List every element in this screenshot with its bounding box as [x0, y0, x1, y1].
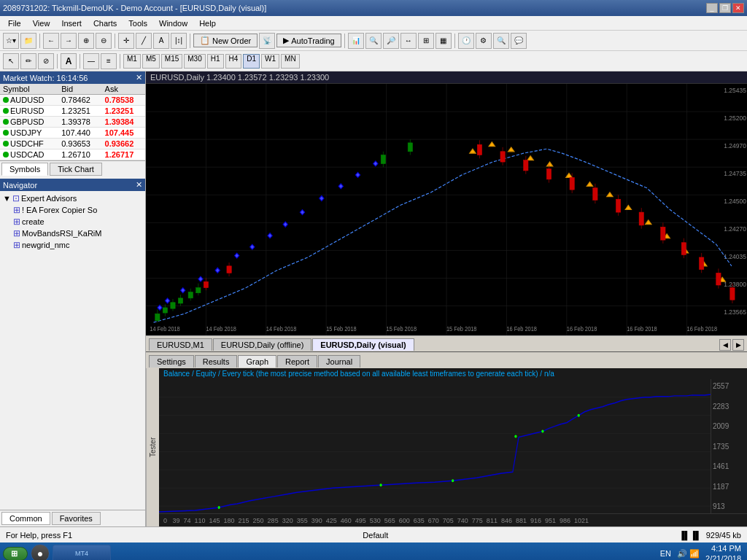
tb-fwd-btn[interactable]: → — [61, 33, 77, 49]
chart-tab-daily-offline[interactable]: EURUSD,Daily (offline) — [213, 338, 312, 351]
tf-w1[interactable]: W1 — [261, 54, 279, 69]
tb-comment[interactable]: 💬 — [511, 33, 527, 49]
sep5 — [454, 34, 455, 48]
tb-chart-type[interactable]: 📊 — [348, 33, 364, 49]
sep4 — [344, 34, 345, 48]
tf-h4[interactable]: H4 — [225, 54, 242, 69]
tb-clock[interactable]: 🕐 — [458, 33, 474, 49]
nav-ea-forex-copier[interactable]: ⊞ ! EA Forex Copier So — [1, 204, 144, 216]
statusbar-right: ▐▌▐▌ 929/45 kb — [678, 531, 741, 540]
tf-m15[interactable]: M15 — [161, 54, 182, 69]
tb-back-btn[interactable]: ← — [43, 33, 59, 49]
symbol-dot — [3, 141, 9, 147]
ask-cell: 0.78538 — [102, 95, 145, 106]
market-watch-table: Symbol Bid Ask AUDUSD 0.78462 0.78538 EU… — [0, 84, 145, 160]
tester-tab-results[interactable]: Results — [195, 355, 238, 368]
tb-line[interactable]: ╱ — [136, 33, 152, 49]
tf-h1[interactable]: H1 — [207, 54, 224, 69]
tester-tab-settings[interactable]: Settings — [149, 355, 194, 368]
tb-settings[interactable]: ⚙ — [476, 33, 492, 49]
tf-d1[interactable]: D1 — [243, 54, 260, 69]
tb-aa[interactable]: A — [61, 53, 77, 69]
tb-cursor[interactable]: ↖ — [3, 53, 19, 69]
chart-area: EURUSD,Daily 1.23400 1.23572 1.23293 1.2… — [146, 71, 747, 335]
tf-m30[interactable]: M30 — [184, 54, 205, 69]
restore-button[interactable]: ❐ — [719, 3, 731, 13]
tb-channel[interactable]: ≡ — [101, 53, 117, 69]
mw-tab-symbols[interactable]: Symbols — [1, 163, 48, 176]
menu-view[interactable]: View — [28, 17, 55, 30]
col-ask: Ask — [102, 84, 145, 95]
svg-point-122 — [514, 435, 516, 438]
tb-text[interactable]: A — [153, 33, 169, 49]
new-order-button[interactable]: 📋 New Order — [193, 34, 258, 47]
tb-new-btn[interactable]: ☆▾ — [3, 33, 19, 49]
tester-tab-graph[interactable]: Graph — [238, 355, 276, 368]
menu-charts[interactable]: Charts — [88, 17, 122, 30]
tb-search[interactable]: 🔍 — [493, 33, 509, 49]
menu-tools[interactable]: Tools — [123, 17, 152, 30]
chart-tab-m1[interactable]: EURUSD,M1 — [149, 338, 212, 351]
tb-zoom-in[interactable]: ⊕ — [78, 33, 94, 49]
start-button[interactable]: ⊞ — [3, 547, 28, 561]
market-watch-row[interactable]: EURUSD 1.23251 1.23251 — [0, 106, 145, 117]
chart-tab-daily-visual[interactable]: EURUSD,Daily (visual) — [312, 338, 414, 351]
nav-create[interactable]: ⊞ create — [1, 216, 144, 228]
tb-crosshair[interactable]: ✛ — [118, 33, 134, 49]
minimize-button[interactable]: _ — [706, 3, 718, 13]
tb-grid[interactable]: ⊞ — [418, 33, 434, 49]
bid-cell: 1.26710 — [58, 149, 101, 160]
symbol-cell: AUDUSD — [0, 95, 58, 106]
nav-expert-advisors[interactable]: ▼ ⊡ Expert Advisors — [1, 192, 144, 204]
chart-tab-prev[interactable]: ◀ — [719, 339, 731, 351]
tb-period[interactable]: |↕| — [171, 33, 187, 49]
nav-newgrid[interactable]: ⊞ newgrid_nmc — [1, 239, 144, 251]
svg-text:15 Feb 2018: 15 Feb 2018 — [326, 326, 357, 333]
chrome-icon: ● — [37, 548, 43, 559]
menu-window[interactable]: Window — [154, 17, 193, 30]
tb-zoom-in2[interactable]: 🔍 — [365, 33, 382, 49]
tf-m1[interactable]: M1 — [123, 54, 141, 69]
market-watch-row[interactable]: GBPUSD 1.39378 1.39384 — [0, 117, 145, 128]
menu-insert[interactable]: Insert — [56, 17, 87, 30]
tb-signal[interactable]: 📡 — [259, 33, 275, 49]
nav-tab-favorites[interactable]: Favorites — [52, 512, 101, 525]
col-bid: Bid — [58, 84, 101, 95]
market-watch-row[interactable]: USDJPY 107.440 107.445 — [0, 128, 145, 139]
svg-text:1.24735: 1.24735 — [724, 170, 746, 178]
tb-vol[interactable]: ▦ — [436, 33, 452, 49]
tester-right-axis: 2557 2283 2009 1735 1461 1187 913 — [711, 379, 747, 513]
tb-zoom-out2[interactable]: 🔎 — [383, 33, 399, 49]
navigator-close[interactable]: ✕ — [136, 180, 142, 190]
symbol-dot — [3, 130, 9, 136]
tb-eraser[interactable]: ⊘ — [38, 53, 54, 69]
main-chart[interactable]: 1.25435 1.25200 1.24970 1.24735 1.24500 … — [146, 84, 747, 335]
market-watch-close[interactable]: ✕ — [136, 73, 142, 82]
tf-mn[interactable]: MN — [281, 54, 300, 69]
taskbar-app-mt4[interactable]: MT4 — [53, 545, 111, 560]
market-watch-tabs: Symbols Tick Chart — [0, 160, 145, 177]
mw-tab-tick-chart[interactable]: Tick Chart — [50, 163, 102, 176]
nav-movbands-icon: ⊞ — [13, 228, 20, 238]
tb-draw[interactable]: ✏ — [20, 53, 36, 69]
tb-open-btn[interactable]: 📁 — [20, 33, 36, 49]
market-watch-row[interactable]: USDCAD 1.26710 1.26717 — [0, 149, 145, 160]
tb-hline[interactable]: — — [83, 53, 99, 69]
menu-file[interactable]: File — [3, 17, 26, 30]
autotrading-button[interactable]: ▶ AutoTrading — [276, 34, 341, 47]
menu-help[interactable]: Help — [194, 17, 221, 30]
nav-movbands[interactable]: ⊞ MovBandsRSI_KaRiM — [1, 228, 144, 239]
tb-scroll[interactable]: ↔ — [400, 33, 417, 49]
tester-tab-report[interactable]: Report — [277, 355, 317, 368]
tb-zoom-out[interactable]: ⊖ — [96, 33, 112, 49]
market-watch-row[interactable]: AUDUSD 0.78462 0.78538 — [0, 95, 145, 106]
close-button[interactable]: ✕ — [732, 3, 744, 13]
tester-graph[interactable] — [159, 379, 711, 513]
tf-m5[interactable]: M5 — [142, 54, 160, 69]
taskbar-app-chrome[interactable]: ● — [31, 544, 50, 560]
tester-tab-journal[interactable]: Journal — [318, 355, 360, 368]
nav-tab-common[interactable]: Common — [1, 512, 50, 525]
chart-tabs: EURUSD,M1 EURUSD,Daily (offline) EURUSD,… — [146, 335, 747, 351]
market-watch-row[interactable]: USDCHF 0.93653 0.93662 — [0, 139, 145, 149]
chart-tab-next[interactable]: ▶ — [732, 339, 744, 351]
